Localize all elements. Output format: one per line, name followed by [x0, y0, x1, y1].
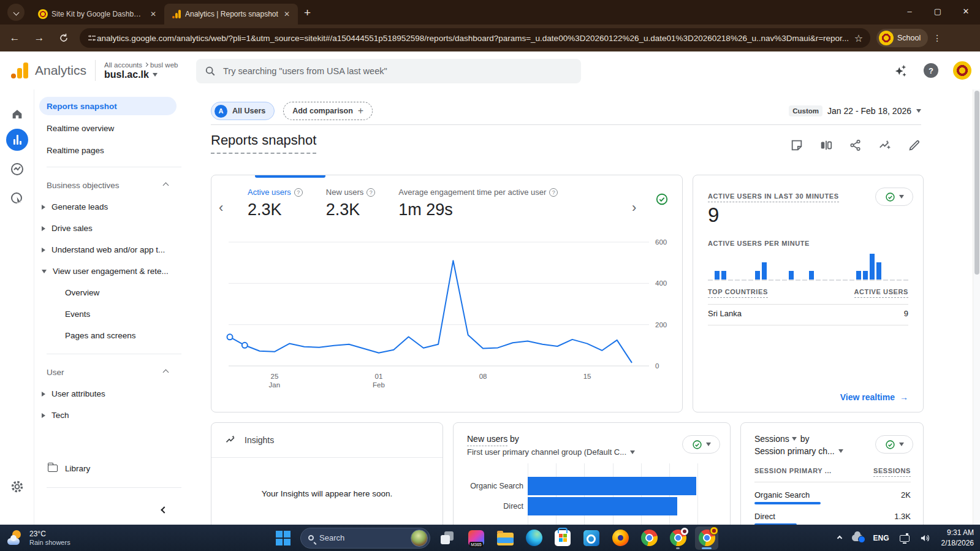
- insights-icon[interactable]: [878, 139, 892, 152]
- sidebar-item-generate-leads[interactable]: Generate leads: [34, 196, 181, 218]
- sidebar-item-pages-and-screens[interactable]: Pages and screens: [34, 325, 181, 346]
- help-icon[interactable]: ?: [924, 63, 938, 78]
- google-account-avatar[interactable]: [953, 61, 971, 80]
- onedrive-icon[interactable]: [852, 534, 863, 541]
- compare-icon[interactable]: [819, 139, 833, 152]
- sessions-metric-selector[interactable]: Sessions by: [754, 434, 810, 444]
- bookmark-star-icon[interactable]: ☆: [854, 32, 863, 44]
- sidebar-item-view-user-engagement-rete[interactable]: View user engagement & rete...: [34, 260, 181, 282]
- taskbar-clock[interactable]: 9:31 AM 2/18/2026: [941, 528, 974, 547]
- help-tooltip-icon[interactable]: ?: [549, 188, 558, 197]
- outlook-button[interactable]: [580, 526, 603, 550]
- channel-bar-organic-search[interactable]: [528, 477, 696, 495]
- reload-icon: [59, 33, 69, 43]
- search-highlight-image[interactable]: [411, 530, 428, 547]
- account-switcher[interactable]: All accounts busl web busl.ac.lk: [104, 61, 178, 80]
- date-range-picker[interactable]: Custom Jan 22 - Feb 18, 2026: [789, 105, 921, 116]
- browser-profile-chip[interactable]: School: [876, 29, 928, 47]
- metric-tab-active-users[interactable]: Active users?2.3K: [248, 188, 303, 219]
- file-explorer-button[interactable]: [493, 526, 517, 550]
- sidebar-item-events[interactable]: Events: [34, 303, 181, 325]
- chrome-button[interactable]: [637, 526, 661, 550]
- data-quality-icon[interactable]: [655, 192, 669, 208]
- gemini-sparkle-icon[interactable]: [893, 63, 909, 78]
- sessions-status-pill[interactable]: [875, 435, 913, 454]
- active-users-line-chart[interactable]: 600400200025Jan01Feb0815: [211, 237, 683, 396]
- sidebar-item-drive-sales[interactable]: Drive sales: [34, 218, 181, 239]
- window-maximize-button[interactable]: ▢: [924, 0, 952, 22]
- microsoft-store-button[interactable]: [551, 526, 574, 550]
- m365-copilot-button[interactable]: M365: [465, 526, 488, 550]
- site-settings-icon[interactable]: [87, 33, 97, 43]
- reload-button[interactable]: [54, 28, 74, 48]
- per-minute-bar: [870, 251, 875, 281]
- task-view-button[interactable]: [436, 526, 459, 550]
- browser-tab-analytics[interactable]: Analytics | Reports snapshot ✕: [164, 4, 298, 25]
- help-tooltip-icon[interactable]: ?: [367, 188, 375, 197]
- taskbar-search-box[interactable]: Search: [300, 528, 430, 549]
- network-icon[interactable]: [900, 535, 910, 542]
- back-button[interactable]: ←: [5, 28, 25, 48]
- share-icon[interactable]: [849, 139, 862, 152]
- metric-tab-average-engagement-time-per-active-user[interactable]: Average engagement time per active user?…: [398, 188, 558, 219]
- sidebar-item-realtime-pages[interactable]: Realtime pages: [39, 141, 177, 159]
- view-realtime-link[interactable]: View realtime→: [840, 392, 908, 402]
- new-users-bar-chart[interactable]: [528, 463, 698, 525]
- scrollbar-thumb[interactable]: [974, 91, 979, 275]
- window-close-button[interactable]: ✕: [952, 0, 980, 22]
- start-button[interactable]: [272, 526, 295, 550]
- active-users-per-minute-chart[interactable]: [708, 251, 908, 281]
- tab-search-button[interactable]: [7, 4, 25, 21]
- add-note-icon[interactable]: [790, 139, 803, 152]
- divider: [708, 325, 908, 325]
- browser-menu-button[interactable]: ⋮: [933, 33, 941, 43]
- per-minute-bar: [822, 251, 827, 281]
- new-users-dimension-selector[interactable]: First user primary channel group (Defaul…: [467, 447, 635, 457]
- firefox-button[interactable]: [609, 526, 632, 550]
- page-scrollbar[interactable]: [973, 89, 980, 525]
- url-bar[interactable]: analytics.google.com/analytics/web/?pli=…: [80, 28, 870, 48]
- sessions-dimension-selector[interactable]: Session primary ch...: [754, 446, 843, 456]
- taskbar-weather-widget[interactable]: 23°C Rain showers: [6, 529, 70, 547]
- home-icon[interactable]: [6, 103, 28, 125]
- sidebar-item-understand-web-and-or-app-t[interactable]: Understand web and/or app t...: [34, 239, 181, 260]
- window-minimize-button[interactable]: –: [895, 0, 924, 22]
- advertising-nav-icon[interactable]: [6, 188, 28, 210]
- realtime-nav-icon[interactable]: [6, 158, 28, 180]
- sidebar-item-tech[interactable]: Tech: [34, 405, 181, 426]
- browser-tab-sitekit[interactable]: Site Kit by Google Dashboard ✕: [31, 4, 164, 25]
- edit-pencil-icon[interactable]: [908, 139, 921, 152]
- sidebar-item-overview[interactable]: Overview: [34, 282, 181, 303]
- sidebar-item-user-attributes[interactable]: User attributes: [34, 383, 181, 405]
- sidebar-section-user[interactable]: User: [34, 362, 181, 383]
- all-users-comparison-chip[interactable]: A All Users: [211, 102, 275, 120]
- edge-button[interactable]: [522, 526, 545, 550]
- metric-tab-new-users[interactable]: New users?2.3K: [326, 188, 375, 219]
- admin-gear-icon[interactable]: [6, 476, 28, 498]
- nav-items: Reports snapshotRealtime overviewRealtim…: [34, 97, 181, 426]
- diagnostics-grid-icon[interactable]: [862, 63, 878, 78]
- analytics-search-bar[interactable]: Try searching "users from USA last week": [196, 59, 581, 83]
- new-tab-button[interactable]: +: [304, 6, 311, 20]
- language-indicator[interactable]: ENG: [873, 534, 889, 542]
- sidebar-section-business-objectives[interactable]: Business objectives: [34, 175, 181, 196]
- tray-overflow-chevron-icon[interactable]: [837, 535, 841, 540]
- metric-tabs: Active users?2.3KNew users?2.3KAverage e…: [248, 188, 558, 219]
- collapse-sidebar-button[interactable]: [34, 495, 181, 525]
- sidebar-item-reports-snapshot[interactable]: Reports snapshot: [39, 97, 177, 115]
- channel-bar-direct[interactable]: [528, 497, 677, 515]
- chrome-profile2-button[interactable]: [666, 526, 689, 550]
- forward-button[interactable]: →: [29, 28, 49, 48]
- sidebar-item-realtime-overview[interactable]: Realtime overview: [39, 119, 177, 137]
- volume-icon[interactable]: [920, 533, 931, 543]
- tab-close-icon[interactable]: ✕: [148, 9, 158, 19]
- new-users-status-pill[interactable]: [682, 435, 720, 454]
- add-comparison-button[interactable]: Add comparison +: [283, 102, 373, 120]
- reports-nav-icon[interactable]: [6, 129, 28, 151]
- sidebar-item-library[interactable]: Library: [34, 457, 181, 480]
- tab-close-icon[interactable]: ✕: [282, 9, 292, 19]
- metrics-next-arrow[interactable]: ›: [632, 200, 636, 216]
- metrics-prev-arrow[interactable]: ‹: [219, 200, 223, 216]
- help-tooltip-icon[interactable]: ?: [294, 188, 303, 197]
- chrome-active-window-button[interactable]: [695, 526, 718, 550]
